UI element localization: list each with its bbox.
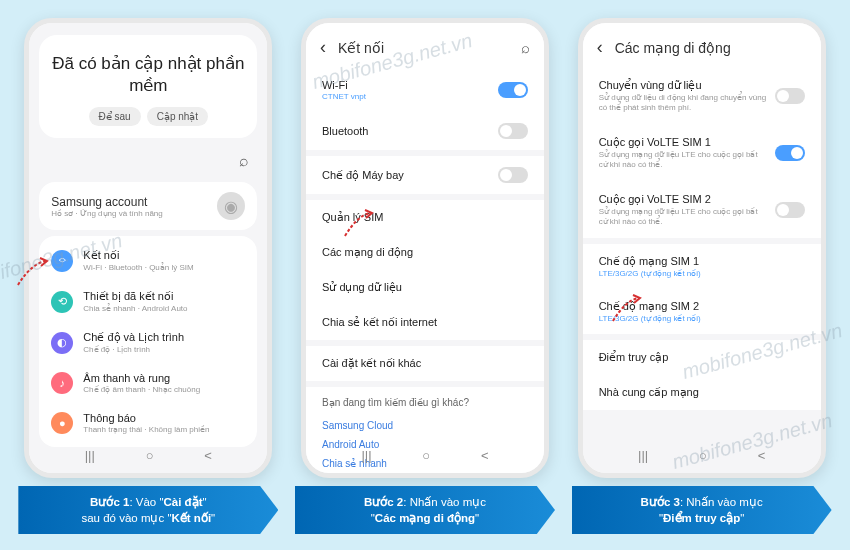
samsung-account-row[interactable]: Samsung accountHồ sơ · Ứng dụng và tính … (39, 182, 257, 230)
header: ‹ Kết nối ⌕ (306, 23, 544, 68)
settings-item[interactable]: ⌔Kết nốiWi-Fi · Bluetooth · Quản lý SIM (39, 240, 257, 281)
sim2-mode-row[interactable]: Chế độ mạng SIM 2LTE/3G/2G (tự động kết … (583, 289, 821, 334)
settings-item[interactable]: ♪Âm thanh và rungChế độ âm thanh · Nhạc … (39, 363, 257, 403)
row-title: Cuộc gọi VoLTE SIM 2 (599, 193, 767, 206)
nav-back[interactable]: < (204, 448, 212, 463)
sim2-mode-sub: LTE/3G/2G (tự động kết nối) (599, 314, 701, 323)
phone-frame-3: ‹ Các mạng di động Chuyển vùng dữ liệuSử… (578, 18, 826, 478)
row-sub: Sử dụng mạng dữ liệu LTE cho cuộc gọi bấ… (599, 150, 767, 171)
connection-row[interactable]: Bluetooth (306, 112, 544, 150)
search-icon[interactable]: ⌕ (239, 152, 249, 170)
network-row[interactable]: Chuyển vùng dữ liệuSử dụng dữ liệu di độ… (583, 68, 821, 125)
item-sub: Wi-Fi · Bluetooth · Quản lý SIM (83, 263, 193, 272)
update-title: Đã có bản cập nhật phần mềm (51, 53, 245, 97)
item-icon: ♪ (51, 372, 73, 394)
airplane-label: Chế độ Máy bay (322, 169, 404, 182)
connection-row[interactable]: Wi-FiCTNET vnpt (306, 68, 544, 112)
connection-row[interactable]: Sử dụng dữ liệu (306, 270, 544, 305)
connection-row[interactable]: Các mạng di động (306, 235, 544, 270)
connection-row[interactable]: Quản lý SIM (306, 200, 544, 235)
airplane-toggle[interactable] (498, 167, 528, 183)
nav-recent[interactable]: ||| (85, 448, 95, 463)
other-settings-row[interactable]: Cài đặt kết nối khác (306, 346, 544, 381)
row-title: Wi-Fi (322, 79, 366, 91)
carrier-row[interactable]: Nhà cung cấp mạng (583, 375, 821, 410)
carrier-label: Nhà cung cấp mạng (599, 386, 699, 399)
row-title: Chuyển vùng dữ liệu (599, 79, 767, 92)
toggle[interactable] (775, 88, 805, 104)
nav-bar: |||○< (306, 442, 544, 469)
row-title: Cuộc gọi VoLTE SIM 1 (599, 136, 767, 149)
connections-screen: ‹ Kết nối ⌕ Wi-FiCTNET vnptBluetooth Chế… (306, 23, 544, 473)
sim1-mode-title: Chế độ mạng SIM 1 (599, 255, 701, 268)
settings-item[interactable]: ◐Chế độ và Lịch trìnhChế độ · Lịch trình (39, 322, 257, 363)
item-title: Thông báo (83, 412, 209, 424)
account-title: Samsung account (51, 195, 162, 209)
item-title: Chế độ và Lịch trình (83, 331, 184, 344)
caption-step-1: Bước 1: Vào "Cài đặt"sau đó vào mục "Kết… (18, 486, 278, 534)
other-label: Cài đặt kết nối khác (322, 357, 421, 370)
nav-back[interactable]: < (481, 448, 489, 463)
item-title: Kết nối (83, 249, 193, 262)
settings-screen: Đã có bản cập nhật phần mềm Để sau Cập n… (29, 23, 267, 473)
nav-home[interactable]: ○ (146, 448, 154, 463)
item-sub: Chia sẻ nhanh · Android Auto (83, 304, 187, 313)
settings-item[interactable]: ●Thông báoThanh trạng thái · Không làm p… (39, 403, 257, 443)
suggest-link[interactable]: Samsung Cloud (322, 416, 528, 435)
back-icon[interactable]: ‹ (320, 37, 326, 58)
connection-row[interactable]: Chia sẻ kết nối internet (306, 305, 544, 340)
page-title: Kết nối (338, 40, 521, 56)
nav-back[interactable]: < (758, 448, 766, 463)
suggest-title: Bạn đang tìm kiếm điều gì khác? (322, 397, 528, 408)
row-title: Quản lý SIM (322, 211, 383, 224)
item-icon: ◐ (51, 332, 73, 354)
nav-recent[interactable]: ||| (638, 448, 648, 463)
network-row[interactable]: Cuộc gọi VoLTE SIM 1Sử dụng mạng dữ liệu… (583, 125, 821, 182)
toggle[interactable] (498, 123, 528, 139)
toggle[interactable] (775, 202, 805, 218)
back-icon[interactable]: ‹ (597, 37, 603, 58)
toggle[interactable] (498, 82, 528, 98)
nav-home[interactable]: ○ (422, 448, 430, 463)
phone-frame-1: Đã có bản cập nhật phần mềm Để sau Cập n… (24, 18, 272, 478)
sim2-mode-title: Chế độ mạng SIM 2 (599, 300, 701, 313)
item-icon: ⌔ (51, 250, 73, 272)
row-sub: Sử dụng mạng dữ liệu LTE cho cuộc gọi bấ… (599, 207, 767, 228)
item-icon: ● (51, 412, 73, 434)
nav-recent[interactable]: ||| (361, 448, 371, 463)
caption-step-2: Bước 2: Nhấn vào mục"Các mạng di động" (295, 486, 555, 534)
apn-row[interactable]: Điểm truy cập (583, 340, 821, 375)
row-sub: Sử dụng dữ liệu di động khi đang chuyển … (599, 93, 767, 114)
item-icon: ⟲ (51, 291, 73, 313)
search-icon[interactable]: ⌕ (521, 39, 530, 56)
sim1-mode-sub: LTE/3G/2G (tự động kết nối) (599, 269, 701, 278)
toggle[interactable] (775, 145, 805, 161)
caption-step-3: Bước 3: Nhấn vào mục"Điểm truy cập" (572, 486, 832, 534)
row-title: Bluetooth (322, 125, 368, 137)
sim1-mode-row[interactable]: Chế độ mạng SIM 1LTE/3G/2G (tự động kết … (583, 244, 821, 289)
settings-list: ⌔Kết nốiWi-Fi · Bluetooth · Quản lý SIM⟲… (39, 236, 257, 447)
row-title: Các mạng di động (322, 246, 413, 259)
software-update-banner: Đã có bản cập nhật phần mềm Để sau Cập n… (39, 35, 257, 138)
row-title: Chia sẻ kết nối internet (322, 316, 437, 329)
apn-label: Điểm truy cập (599, 351, 669, 364)
phone-frame-2: ‹ Kết nối ⌕ Wi-FiCTNET vnptBluetooth Chế… (301, 18, 549, 478)
account-sub: Hồ sơ · Ứng dụng và tính năng (51, 209, 162, 218)
item-sub: Thanh trạng thái · Không làm phiền (83, 425, 209, 434)
settings-item[interactable]: ⟲Thiết bị đã kết nốiChia sẻ nhanh · Andr… (39, 281, 257, 322)
row-title: Sử dụng dữ liệu (322, 281, 402, 294)
item-title: Thiết bị đã kết nối (83, 290, 187, 303)
row-sub: CTNET vnpt (322, 92, 366, 101)
nav-home[interactable]: ○ (699, 448, 707, 463)
later-button[interactable]: Để sau (89, 107, 141, 126)
item-sub: Chế độ · Lịch trình (83, 345, 184, 354)
page-title: Các mạng di động (615, 40, 807, 56)
header: ‹ Các mạng di động (583, 23, 821, 68)
nav-bar: |||○< (583, 442, 821, 469)
update-button[interactable]: Cập nhật (147, 107, 208, 126)
avatar: ◉ (217, 192, 245, 220)
network-row[interactable]: Cuộc gọi VoLTE SIM 2Sử dụng mạng dữ liệu… (583, 182, 821, 239)
mobile-networks-screen: ‹ Các mạng di động Chuyển vùng dữ liệuSử… (583, 23, 821, 473)
item-sub: Chế độ âm thanh · Nhạc chuông (83, 385, 200, 394)
airplane-mode-row[interactable]: Chế độ Máy bay (306, 156, 544, 194)
